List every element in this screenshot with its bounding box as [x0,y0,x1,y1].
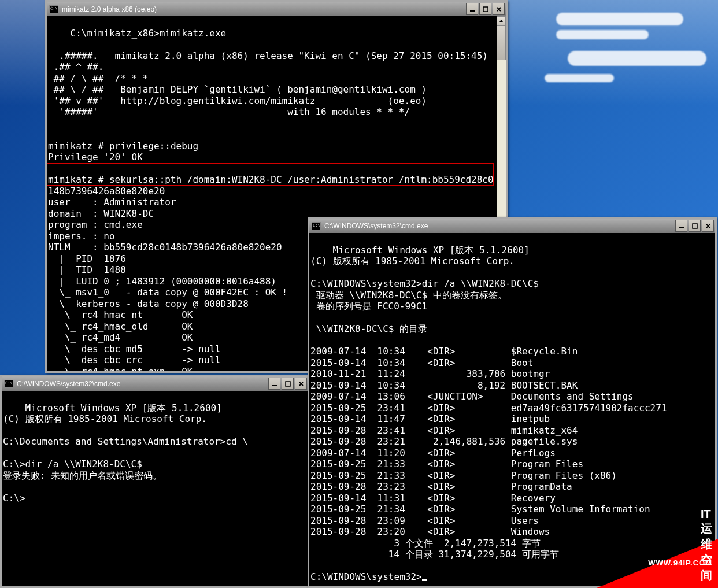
svg-rect-4 [679,227,684,228]
svg-rect-0 [470,10,475,12]
cmd-icon [4,380,13,388]
cmd-left-window[interactable]: C:\WINDOWS\system32\cmd.exe Microsoft Wi… [0,375,310,588]
minimize-button[interactable] [466,3,478,15]
cmd-left-terminal[interactable]: Microsoft Windows XP [版本 5.1.2600] (C) 版… [2,391,308,586]
scroll-up-button[interactable] [497,16,506,25]
cmd-right-window[interactable]: C:\WINDOWS\system32\cmd.exe Microsoft Wi… [308,217,717,588]
cmd-right-terminal-content: Microsoft Windows XP [版本 5.1.2600] (C) 版… [310,245,667,583]
cmd-icon [49,5,58,13]
cmd-icon [312,222,321,230]
close-icon [496,6,502,12]
close-icon [298,381,304,387]
cmd-left-titlebar[interactable]: C:\WINDOWS\system32\cmd.exe [2,376,308,391]
cmd-left-terminal-content: Microsoft Windows XP [版本 5.1.2600] (C) 版… [3,402,248,504]
minimize-button[interactable] [268,378,280,390]
svg-rect-1 [483,7,488,12]
arrow-up-icon [499,19,504,23]
minimize-icon [272,381,277,387]
close-button[interactable] [295,378,307,390]
svg-rect-3 [286,382,290,386]
cmd-right-titlebar[interactable]: C:\WINDOWS\system32\cmd.exe [309,219,715,233]
cmd-right-window-title: C:\WINDOWS\system32\cmd.exe [324,222,674,230]
cursor-icon [422,579,427,581]
minimize-icon [679,223,684,229]
maximize-button[interactable] [689,220,701,232]
svg-rect-5 [693,224,697,228]
close-button[interactable] [702,220,714,232]
maximize-icon [483,6,488,12]
close-icon [705,223,711,229]
mimikatz-window-title: mimikatz 2.0 alpha x86 (oe.eo) [62,5,465,13]
maximize-button[interactable] [282,378,294,390]
maximize-button[interactable] [479,3,491,15]
desktop-background-clouds [510,0,718,116]
cmd-right-terminal[interactable]: Microsoft Windows XP [版本 5.1.2600] (C) 版… [309,233,715,586]
scroll-thumb[interactable] [497,25,506,60]
minimize-button[interactable] [675,220,687,232]
mimikatz-titlebar[interactable]: mimikatz 2.0 alpha x86 (oe.eo) [47,2,506,16]
svg-rect-2 [272,385,277,386]
close-button[interactable] [493,3,505,15]
maximize-icon [285,381,291,387]
minimize-icon [469,6,475,12]
maximize-icon [692,223,698,229]
cmd-left-window-title: C:\WINDOWS\system32\cmd.exe [17,380,267,388]
